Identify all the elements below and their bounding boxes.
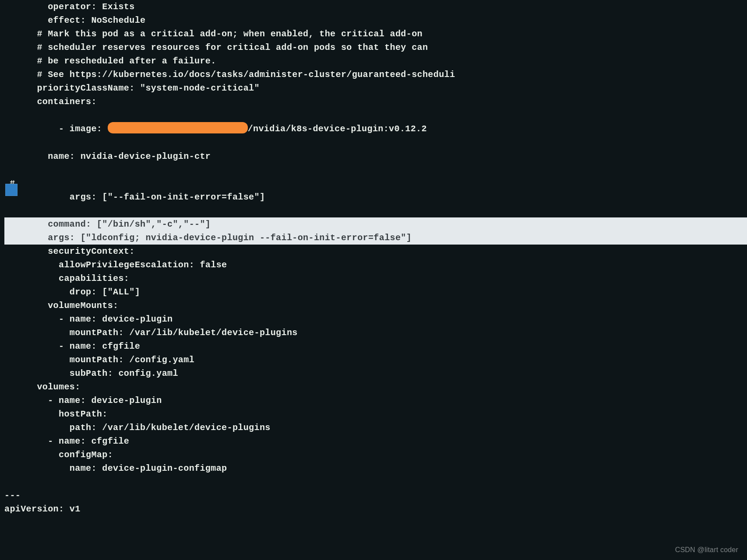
code-line	[4, 475, 747, 489]
code-line: effect: NoSchedule	[4, 14, 747, 27]
code-line: allowPrivilegeEscalation: false	[4, 258, 747, 272]
code-line: path: /var/lib/kubelet/device-plugins	[4, 421, 747, 434]
code-line: ---	[4, 489, 747, 502]
code-line: mountPath: /var/lib/kubelet/device-plugi…	[4, 326, 747, 340]
code-line: # be rescheduled after a failure.	[4, 54, 747, 68]
code-line-highlight: args: ["ldconfig; nvidia-device-plugin -…	[4, 231, 747, 245]
code-line: mountPath: /config.yaml	[4, 353, 747, 367]
code-line: securityContext:	[4, 245, 747, 258]
code-line-highlight: command: ["/bin/sh","-c","--"]	[4, 217, 747, 231]
taskbar-icon[interactable]	[5, 184, 18, 196]
code-line: - image: /nvidia/k8s-device-plugin:v0.12…	[4, 108, 747, 150]
code-line: drop: ["ALL"]	[4, 285, 747, 299]
code-line: - name: cfgfile	[4, 434, 747, 448]
code-text: args: ["--fail-on-init-error=false"]	[26, 192, 265, 202]
code-text: - image:	[26, 124, 108, 134]
code-line: operator: Exists	[4, 0, 747, 14]
code-line: hostPath:	[4, 407, 747, 421]
code-line: - name: cfgfile	[4, 340, 747, 353]
terminal-editor[interactable]: operator: Exists effect: NoSchedule # Ma…	[0, 0, 747, 516]
code-line: apiVersion: v1	[4, 502, 747, 516]
redaction-mark	[108, 122, 248, 133]
code-line: priorityClassName: "system-node-critical…	[4, 81, 747, 95]
code-line: capabilities:	[4, 272, 747, 285]
code-line: # See https://kubernetes.io/docs/tasks/a…	[4, 68, 747, 81]
code-line: - name: device-plugin	[4, 312, 747, 326]
code-line: - name: device-plugin	[4, 394, 747, 407]
code-line: volumeMounts:	[4, 299, 747, 312]
code-line: # scheduler reserves resources for criti…	[4, 41, 747, 54]
code-text: /nvidia/k8s-device-plugin:v0.12.2	[248, 124, 427, 134]
watermark-text: CSDN @litart coder	[675, 545, 738, 556]
code-line: subPath: config.yaml	[4, 367, 747, 380]
code-line: containers:	[4, 95, 747, 108]
code-line: volumes:	[4, 380, 747, 394]
code-line: # args: ["--fail-on-init-error=false"]	[4, 163, 747, 217]
code-line: configMap:	[4, 448, 747, 462]
code-line: name: nvidia-device-plugin-ctr	[4, 150, 747, 163]
code-line: # Mark this pod as a critical add-on; wh…	[4, 27, 747, 41]
code-line: name: device-plugin-configmap	[4, 462, 747, 475]
